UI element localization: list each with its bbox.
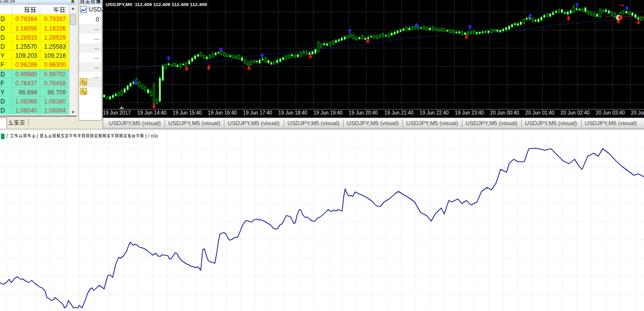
- svg-text:19 Jun 16:40: 19 Jun 16:40: [208, 110, 237, 116]
- svg-text:19 Jun 19:40: 19 Jun 19:40: [313, 110, 343, 116]
- svg-text:19 Jun 14:40: 19 Jun 14:40: [137, 110, 167, 116]
- svg-text:19 Jun 2017: 19 Jun 2017: [103, 110, 130, 116]
- svg-text:19 Jun 21:40: 19 Jun 21:40: [384, 110, 414, 116]
- svg-text:20 Jun 03:40: 20 Jun 03:40: [596, 110, 625, 116]
- svg-text:19 Jun 17:40: 19 Jun 17:40: [243, 110, 272, 116]
- svg-text:19 Jun 18:40: 19 Jun 18:40: [278, 110, 307, 116]
- svg-text:20 Jun 02:40: 20 Jun 02:40: [560, 110, 590, 116]
- svg-text:19 Jun 22:40: 19 Jun 22:40: [420, 110, 449, 116]
- svg-text:19 Jun 20:40: 19 Jun 20:40: [349, 110, 378, 116]
- svg-text:20 Jun 00:40: 20 Jun 00:40: [490, 110, 519, 116]
- svg-text:19 Jun 23:40: 19 Jun 23:40: [455, 110, 484, 116]
- svg-text:20 Jun 01:40: 20 Jun 01:40: [525, 110, 554, 116]
- svg-text:19 Jun 15:40: 19 Jun 15:40: [173, 110, 202, 116]
- svg-text:20 Jun 04:40: 20 Jun 04:40: [631, 110, 644, 116]
